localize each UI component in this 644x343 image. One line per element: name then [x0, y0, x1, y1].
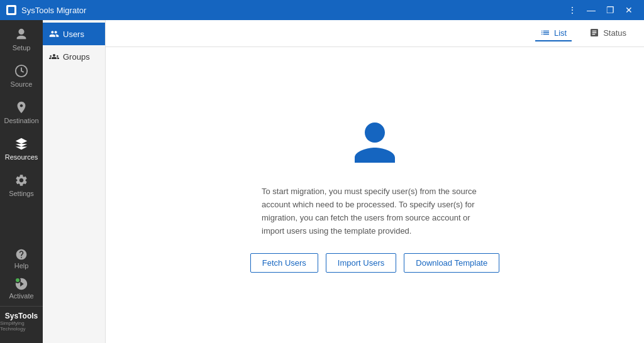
- sidebar-resources-label: Resources: [5, 153, 38, 161]
- sidebar-settings-label: Settings: [9, 190, 34, 197]
- sidebar-item-source[interactable]: Source: [0, 57, 43, 93]
- activate-icon-wrap: [14, 277, 28, 291]
- download-template-button[interactable]: Download Template: [404, 253, 499, 273]
- avatar-svg: [350, 117, 400, 168]
- logo-text: SysTools: [5, 312, 38, 320]
- destination-icon: [14, 101, 28, 114]
- sidebar-item-setup[interactable]: Setup: [0, 20, 43, 57]
- action-buttons: Fetch Users Import Users Download Templa…: [250, 253, 499, 273]
- sidebar-destination-label: Destination: [4, 117, 38, 124]
- app-icon: [6, 5, 16, 15]
- title-bar: SysTools Migrator ⋮ — ❐ ✕: [0, 0, 644, 20]
- sidebar-item-destination[interactable]: Destination: [0, 93, 43, 129]
- sidebar-setup-label: Setup: [13, 44, 31, 52]
- settings-icon: [14, 173, 28, 187]
- sub-item-groups[interactable]: Groups: [43, 45, 105, 68]
- title-bar-left: SysTools Migrator: [6, 5, 86, 15]
- setup-icon: [14, 28, 28, 41]
- sub-sidebar: Users Groups: [43, 20, 106, 343]
- status-icon: [589, 28, 599, 38]
- sidebar-bottom: Help Activate SysTools Simplifying Techn…: [0, 242, 43, 343]
- source-icon: [14, 64, 28, 78]
- sidebar-item-resources[interactable]: Resources: [0, 129, 43, 166]
- restore-button[interactable]: ❐: [601, 1, 619, 19]
- tab-list-label: List: [554, 28, 567, 38]
- activate-green-dot: [14, 277, 21, 283]
- user-avatar-icon: [350, 117, 400, 185]
- users-icon: [49, 29, 59, 39]
- sidebar-item-activate[interactable]: Activate: [0, 273, 43, 306]
- sidebar-item-settings[interactable]: Settings: [0, 166, 43, 202]
- sidebar-logo: SysTools Simplifying Technology: [0, 306, 43, 338]
- resources-icon: [14, 137, 28, 151]
- help-label: Help: [14, 262, 29, 270]
- empty-state: To start migration, you must specify use…: [106, 47, 644, 343]
- sub-item-users-label: Users: [63, 30, 84, 39]
- logo-sub: Simplifying Technology: [0, 320, 43, 332]
- help-icon: [15, 248, 28, 261]
- minimize-button[interactable]: —: [582, 1, 600, 19]
- app-title: SysTools Migrator: [21, 6, 86, 15]
- menu-button[interactable]: ⋮: [564, 1, 581, 19]
- main-content: List Status To start migration, you must…: [106, 20, 644, 343]
- sidebar-item-help[interactable]: Help: [0, 242, 43, 273]
- fetch-users-button[interactable]: Fetch Users: [250, 253, 318, 273]
- tab-list[interactable]: List: [535, 25, 572, 41]
- activate-label: Activate: [9, 292, 33, 300]
- top-bar: List Status: [106, 20, 644, 47]
- groups-icon: [49, 52, 59, 62]
- svg-rect-0: [8, 7, 14, 13]
- sidebar-source-label: Source: [11, 80, 33, 88]
- window-controls: ⋮ — ❐ ✕: [564, 1, 638, 19]
- sidebar: Setup Source Destination Resources Setti…: [0, 20, 43, 343]
- tab-status-label: Status: [603, 28, 626, 38]
- sub-item-groups-label: Groups: [63, 52, 90, 62]
- import-users-button[interactable]: Import Users: [326, 253, 396, 273]
- empty-state-description: To start migration, you must specify use…: [262, 185, 488, 237]
- sub-item-users[interactable]: Users: [43, 23, 105, 45]
- close-button[interactable]: ✕: [620, 1, 638, 19]
- tab-status[interactable]: Status: [584, 25, 631, 41]
- list-icon: [540, 28, 550, 38]
- app-body: Setup Source Destination Resources Setti…: [0, 20, 644, 343]
